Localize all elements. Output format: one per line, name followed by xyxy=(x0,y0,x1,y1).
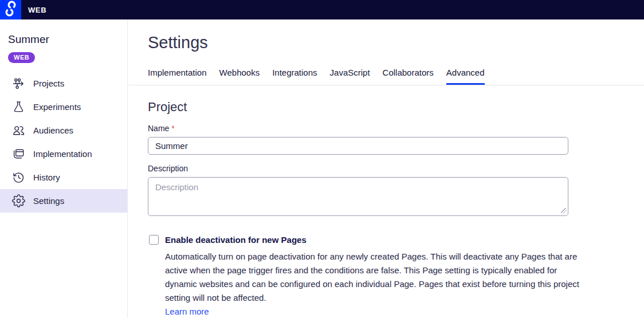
checkbox-row: Enable deactivation for new Pages xyxy=(148,235,644,245)
tab-webhooks[interactable]: Webhooks xyxy=(219,68,260,85)
name-label-text: Name xyxy=(148,124,169,133)
projects-icon xyxy=(11,76,26,91)
learn-more-link[interactable]: Learn more xyxy=(165,305,209,318)
sidebar-item-label: History xyxy=(33,172,60,182)
sidebar-item-label: Projects xyxy=(33,78,64,88)
audiences-icon xyxy=(11,123,26,138)
resize-handle-icon[interactable] xyxy=(561,208,567,214)
enable-deactivation-description: Automatically turn on page deactivation … xyxy=(165,250,585,305)
section-title-project: Project xyxy=(148,100,644,115)
sidebar-item-projects[interactable]: Projects xyxy=(0,72,127,95)
project-title: Summer xyxy=(8,33,127,46)
tab-collaborators[interactable]: Collaborators xyxy=(383,68,434,85)
project-type-badge: WEB xyxy=(8,52,35,63)
experiments-icon xyxy=(11,100,26,114)
name-input[interactable] xyxy=(148,137,568,155)
sidebar-nav: Projects Experiments Audiences xyxy=(0,72,127,213)
sidebar-item-history[interactable]: History xyxy=(0,166,127,189)
topbar: WEB xyxy=(0,0,644,19)
tab-implementation[interactable]: Implementation xyxy=(148,68,207,85)
implementation-icon xyxy=(11,147,26,161)
tab-advanced[interactable]: Advanced xyxy=(446,68,485,85)
topbar-brand-label: WEB xyxy=(28,6,46,14)
name-field-group: Name * xyxy=(148,124,644,155)
sidebar-item-implementation[interactable]: Implementation xyxy=(0,142,127,166)
enable-deactivation-checkbox[interactable] xyxy=(149,235,159,245)
required-asterisk: * xyxy=(171,124,174,133)
main-content: Settings Implementation Webhooks Integra… xyxy=(128,19,644,318)
optimizely-logo[interactable] xyxy=(0,0,21,19)
sidebar-item-label: Experiments xyxy=(33,102,81,112)
description-label: Description xyxy=(148,164,644,173)
description-field-group: Description xyxy=(148,164,644,216)
project-settings-section: Project Name * Description Enable deacti… xyxy=(148,100,644,318)
sidebar-item-audiences[interactable]: Audiences xyxy=(0,119,127,142)
tab-integrations[interactable]: Integrations xyxy=(272,68,317,85)
page-title: Settings xyxy=(148,33,644,52)
sidebar-item-label: Implementation xyxy=(33,149,92,159)
enable-deactivation-setting: Enable deactivation for new Pages Automa… xyxy=(148,235,644,318)
optimizely-logo-icon xyxy=(3,1,18,19)
tab-bar: Implementation Webhooks Integrations Jav… xyxy=(128,68,644,85)
sidebar: Summer WEB Projects Experiments xyxy=(0,19,128,318)
description-textarea-wrap xyxy=(148,177,568,216)
history-icon xyxy=(11,170,26,184)
name-label: Name * xyxy=(148,124,644,133)
sidebar-item-experiments[interactable]: Experiments xyxy=(0,95,127,119)
description-input[interactable] xyxy=(148,177,568,216)
tab-javascript[interactable]: JavaScript xyxy=(330,68,370,85)
gear-icon xyxy=(11,194,26,208)
sidebar-item-settings[interactable]: Settings xyxy=(0,189,127,213)
enable-deactivation-label[interactable]: Enable deactivation for new Pages xyxy=(165,235,307,245)
sidebar-item-label: Settings xyxy=(33,196,64,206)
sidebar-item-label: Audiences xyxy=(33,125,73,135)
